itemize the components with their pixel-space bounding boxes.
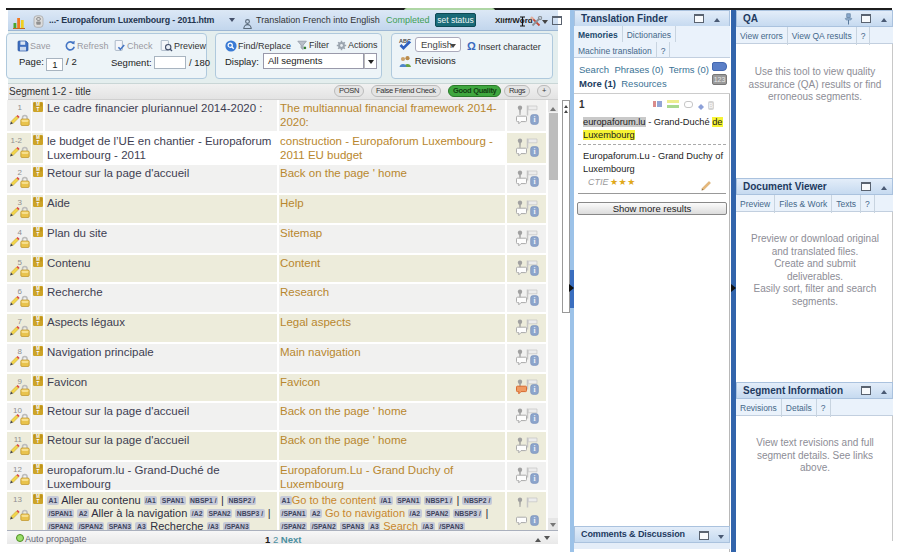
svg-text:T: T [36, 410, 39, 415]
svg-text:T: T [36, 291, 39, 296]
svg-text:T: T [36, 107, 39, 112]
svg-text:T: T [36, 499, 39, 504]
svg-text:i: i [533, 207, 535, 216]
svg-text:i: i [533, 326, 535, 335]
svg-text:T: T [36, 321, 39, 326]
svg-text:i: i [533, 115, 535, 124]
svg-text:T: T [36, 381, 39, 386]
svg-text:T: T [36, 469, 39, 474]
svg-text:T: T [36, 439, 39, 444]
svg-text:T: T [36, 140, 39, 145]
svg-text:i: i [533, 147, 535, 156]
svg-text:i: i [533, 414, 535, 423]
svg-text:i: i [533, 296, 535, 305]
svg-text:T: T [36, 202, 39, 207]
svg-text:i: i [533, 385, 535, 394]
svg-text:i: i [533, 266, 535, 275]
svg-text:i: i [533, 444, 535, 453]
svg-text:i: i [533, 237, 535, 246]
svg-text:i: i [533, 516, 535, 525]
svg-text:T: T [36, 232, 39, 237]
svg-text:i: i [533, 356, 535, 365]
svg-text:i: i [533, 177, 535, 186]
svg-text:i: i [533, 474, 535, 483]
svg-text:T: T [36, 262, 39, 267]
svg-text:T: T [36, 351, 39, 356]
svg-text:T: T [36, 172, 39, 177]
